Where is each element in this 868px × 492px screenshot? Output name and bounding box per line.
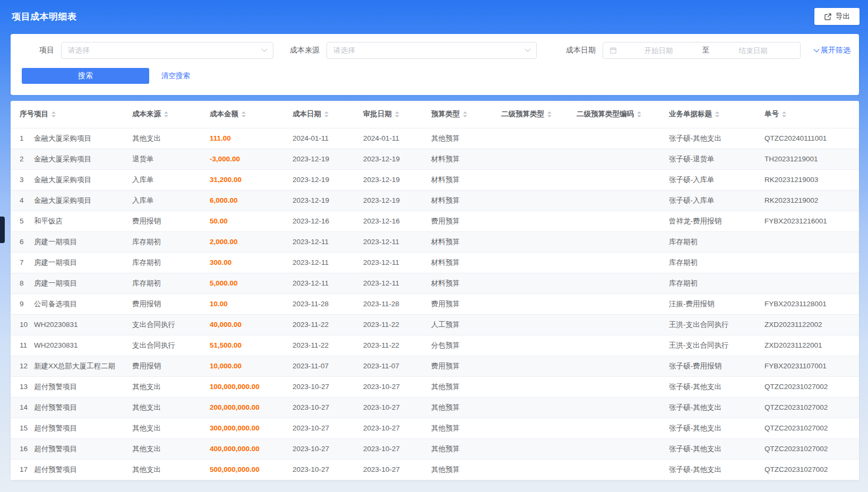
cell-amount: -3,000.00 bbox=[210, 149, 293, 169]
cell-source: 支出合同执行 bbox=[132, 314, 210, 335]
cell-amount: 200,000,000.00 bbox=[210, 397, 293, 418]
chevron-down-icon bbox=[813, 46, 819, 52]
cell-project: 金融大厦采购项目 bbox=[34, 190, 132, 211]
cell-doc_no: QTZC20231027002 bbox=[764, 376, 859, 397]
sort-icon bbox=[782, 111, 786, 117]
cell-cost_date: 2023-10-27 bbox=[293, 438, 363, 459]
sort-icon bbox=[164, 111, 168, 117]
cell-cost_date: 2023-11-22 bbox=[293, 335, 363, 356]
cell-doc_no: ZXD20231122001 bbox=[764, 335, 859, 356]
cell-source: 其他支出 bbox=[132, 397, 210, 418]
cell-doc_no: ZXD20231122002 bbox=[764, 314, 859, 335]
filter-row-fields: 项目 请选择 成本来源 请选择 成本日期 至 展开筛选 bbox=[19, 42, 850, 59]
column-header-approval_date[interactable]: 审批日期 bbox=[363, 101, 431, 128]
cell-project: WH20230831 bbox=[34, 335, 132, 356]
expand-filters-link[interactable]: 展开筛选 bbox=[813, 46, 850, 55]
cost-date-range-picker[interactable]: 至 bbox=[603, 42, 801, 59]
cell-amount: 500,000,000.00 bbox=[210, 459, 293, 480]
cell-approval_date: 2023-12-19 bbox=[363, 169, 431, 190]
column-header-project[interactable]: 项目 bbox=[34, 101, 132, 128]
cell-cost_date: 2023-12-19 bbox=[293, 190, 363, 211]
cell-source: 支出合同执行 bbox=[132, 335, 210, 356]
cell-approval_date: 2023-11-07 bbox=[363, 356, 431, 376]
calendar-icon bbox=[609, 47, 617, 54]
column-header-doc_title[interactable]: 业务单据标题 bbox=[669, 101, 764, 128]
end-date-input[interactable] bbox=[712, 47, 794, 55]
cell-doc_title: 张子硕-其他支出 bbox=[669, 438, 764, 459]
cell-approval_date: 2023-10-27 bbox=[363, 438, 431, 459]
cell-sub_budget_type bbox=[501, 418, 577, 438]
cell-amount: 300,000,000.00 bbox=[210, 418, 293, 438]
project-select[interactable]: 请选择 bbox=[61, 42, 273, 59]
table-row: 3金融大厦采购项目入库单31,200.002023-12-192023-12-1… bbox=[11, 169, 859, 190]
cell-sub_budget_type bbox=[501, 231, 577, 252]
column-header-amount[interactable]: 成本金额 bbox=[210, 101, 293, 128]
page-title: 项目成本明细表 bbox=[12, 11, 77, 23]
cell-budget_type: 其他预算 bbox=[431, 397, 501, 418]
cell-doc_title: 库存期初 bbox=[669, 252, 764, 273]
cell-no: 17 bbox=[11, 459, 34, 480]
cell-no: 10 bbox=[11, 314, 34, 335]
column-header-label: 二级预算类型 bbox=[501, 110, 544, 118]
cell-cost_date: 2023-11-07 bbox=[293, 356, 363, 376]
column-header-source[interactable]: 成本来源 bbox=[132, 101, 210, 128]
column-header-cost_date[interactable]: 成本日期 bbox=[293, 101, 363, 128]
cell-cost_date: 2023-12-19 bbox=[293, 149, 363, 169]
cell-project: 房建一期项目 bbox=[34, 231, 132, 252]
cell-doc_no: RK20231219002 bbox=[764, 190, 859, 211]
cell-source: 其他支出 bbox=[132, 418, 210, 438]
cell-amount: 10.00 bbox=[210, 294, 293, 314]
cell-doc_title: 汪振-费用报销 bbox=[669, 294, 764, 314]
cell-amount: 40,000.00 bbox=[210, 314, 293, 335]
cell-sub_budget_code bbox=[577, 418, 669, 438]
cell-doc_title: 王洪-支出合同执行 bbox=[669, 314, 764, 335]
column-header-doc_no[interactable]: 单号 bbox=[764, 101, 859, 128]
sort-icon bbox=[547, 111, 552, 117]
cell-sub_budget_code bbox=[577, 149, 669, 169]
cell-approval_date: 2023-12-11 bbox=[363, 273, 431, 294]
cell-no: 14 bbox=[11, 397, 34, 418]
cost-source-select[interactable]: 请选择 bbox=[326, 42, 537, 59]
cell-approval_date: 2023-12-11 bbox=[363, 231, 431, 252]
project-filter-label: 项目 bbox=[19, 46, 61, 55]
cell-budget_type: 费用预算 bbox=[431, 294, 501, 314]
cell-cost_date: 2023-12-11 bbox=[293, 252, 363, 273]
column-header-sub_budget_type[interactable]: 二级预算类型 bbox=[501, 101, 577, 128]
cell-amount: 5,000.00 bbox=[210, 273, 293, 294]
cell-approval_date: 2024-01-11 bbox=[363, 128, 431, 149]
cell-cost_date: 2023-12-11 bbox=[293, 231, 363, 252]
cell-sub_budget_code bbox=[577, 356, 669, 376]
column-header-sub_budget_code[interactable]: 二级预算类型编码 bbox=[577, 101, 669, 128]
export-icon bbox=[824, 13, 832, 21]
table-row: 10WH20230831支出合同执行40,000.002023-11-22202… bbox=[11, 314, 859, 335]
cell-budget_type: 其他预算 bbox=[431, 459, 501, 480]
cell-amount: 111.00 bbox=[210, 128, 293, 149]
start-date-input[interactable] bbox=[618, 47, 699, 55]
cell-cost_date: 2023-11-28 bbox=[293, 294, 363, 314]
cost-table: 序号项目成本来源成本金额成本日期审批日期预算类型二级预算类型二级预算类型编码业务… bbox=[11, 101, 859, 480]
cell-budget_type: 分包预算 bbox=[431, 335, 501, 356]
cell-source: 其他支出 bbox=[132, 376, 210, 397]
cell-sub_budget_code bbox=[577, 438, 669, 459]
cell-no: 3 bbox=[11, 169, 34, 190]
cell-source: 费用报销 bbox=[132, 294, 210, 314]
cell-no: 13 bbox=[11, 376, 34, 397]
cell-no: 15 bbox=[11, 418, 34, 438]
cell-project: 超付预警项目 bbox=[34, 418, 132, 438]
cell-sub_budget_code bbox=[577, 376, 669, 397]
cell-project: 公司备选项目 bbox=[34, 294, 132, 314]
cell-source: 库存期初 bbox=[132, 273, 210, 294]
cell-sub_budget_type bbox=[501, 169, 577, 190]
search-button[interactable]: 搜索 bbox=[22, 68, 149, 84]
column-header-label: 成本日期 bbox=[293, 110, 321, 118]
filter-panel: 项目 请选择 成本来源 请选择 成本日期 至 展开筛选 bbox=[11, 34, 859, 95]
cell-doc_title: 张子硕-其他支出 bbox=[669, 418, 764, 438]
side-drawer-handle[interactable] bbox=[0, 217, 5, 243]
cell-doc_no: QTZC20231027002 bbox=[764, 418, 859, 438]
cell-cost_date: 2023-11-22 bbox=[293, 314, 363, 335]
cell-doc_no: FYBX20231128001 bbox=[764, 294, 859, 314]
clear-search-link[interactable]: 清空搜索 bbox=[161, 71, 190, 81]
cell-amount: 31,200.00 bbox=[210, 169, 293, 190]
column-header-budget_type[interactable]: 预算类型 bbox=[431, 101, 501, 128]
export-button[interactable]: 导出 bbox=[814, 8, 860, 25]
